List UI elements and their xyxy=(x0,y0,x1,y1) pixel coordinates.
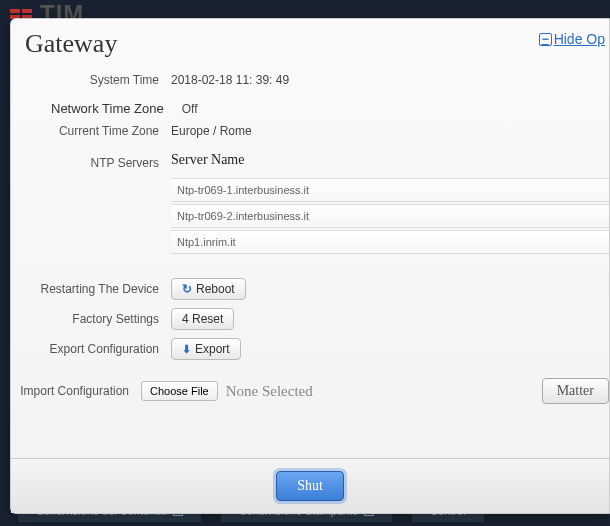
network-timezone-value: Off xyxy=(176,102,198,116)
minus-icon: − xyxy=(539,33,552,46)
export-button[interactable]: Export xyxy=(171,338,241,360)
file-none-selected: None Selected xyxy=(226,383,518,400)
download-icon xyxy=(182,342,191,356)
factory-settings-label: Factory Settings xyxy=(11,312,171,326)
system-time-value: 2018-02-18 11: 39: 49 xyxy=(171,73,289,87)
reset-button[interactable]: 4 Reset xyxy=(171,308,234,330)
server-name-header: Server Name xyxy=(171,152,244,174)
modal-title: Gateway xyxy=(25,29,595,59)
ntp-server-row: Ntp-tr069-2.interbusiness.it xyxy=(171,204,609,228)
import-config-label: Import Configuration xyxy=(11,384,141,398)
export-button-label: Export xyxy=(195,342,230,356)
ntp-server-list: Ntp-tr069-1.interbusiness.it Ntp-tr069-2… xyxy=(171,178,609,254)
ntp-servers-label: NTP Servers xyxy=(11,156,171,170)
current-timezone-label: Current Time Zone xyxy=(11,124,171,138)
ntp-server-row: Ntp1.inrim.it xyxy=(171,230,609,254)
restart-device-label: Restarting The Device xyxy=(11,282,171,296)
matter-button[interactable]: Matter xyxy=(542,378,609,404)
modal-footer: Shut xyxy=(11,458,609,513)
current-timezone-value: Europe / Rome xyxy=(171,124,252,138)
gateway-modal: Gateway − Hide Op System Time 2018-02-18… xyxy=(10,18,610,514)
export-config-label: Export Configuration xyxy=(11,342,171,356)
refresh-icon xyxy=(182,282,192,296)
network-timezone-label: Network Time Zone xyxy=(11,101,176,116)
hide-options-link[interactable]: − Hide Op xyxy=(539,31,605,47)
reset-button-label: 4 Reset xyxy=(182,312,223,326)
system-time-label: System Time xyxy=(11,73,171,87)
shut-button[interactable]: Shut xyxy=(276,471,344,501)
choose-file-button[interactable]: Choose File xyxy=(141,381,218,401)
reboot-button[interactable]: Reboot xyxy=(171,278,246,300)
reboot-button-label: Reboot xyxy=(196,282,235,296)
hide-label: Hide Op xyxy=(554,31,605,47)
ntp-server-row: Ntp-tr069-1.interbusiness.it xyxy=(171,178,609,202)
